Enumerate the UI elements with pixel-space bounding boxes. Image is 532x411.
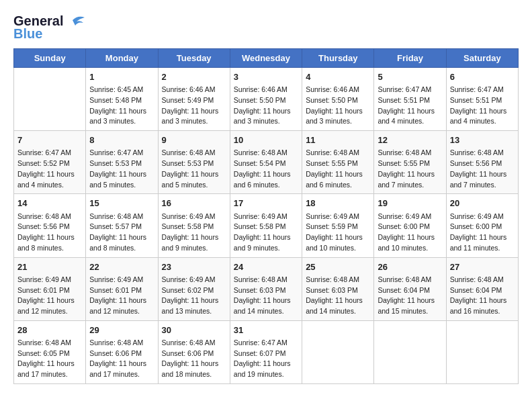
calendar-cell: 12Sunrise: 6:48 AM Sunset: 5:55 PM Dayli… — [374, 131, 446, 194]
calendar-cell: 5Sunrise: 6:47 AM Sunset: 5:51 PM Daylig… — [374, 68, 446, 131]
calendar-cell: 15Sunrise: 6:48 AM Sunset: 5:57 PM Dayli… — [86, 194, 158, 257]
cell-content: Sunrise: 6:49 AM Sunset: 6:01 PM Dayligh… — [17, 275, 82, 317]
page-header: General Blue — [13, 13, 519, 42]
day-number: 22 — [89, 261, 154, 273]
day-header-wednesday: Wednesday — [230, 49, 302, 68]
logo-bird-icon — [66, 15, 85, 28]
cell-content: Sunrise: 6:47 AM Sunset: 5:53 PM Dayligh… — [89, 148, 154, 190]
cell-content: Sunrise: 6:49 AM Sunset: 6:02 PM Dayligh… — [162, 275, 226, 317]
calendar-cell: 25Sunrise: 6:48 AM Sunset: 6:03 PM Dayli… — [302, 257, 374, 320]
day-header-thursday: Thursday — [302, 49, 374, 68]
day-number: 30 — [162, 324, 226, 336]
day-number: 25 — [306, 261, 370, 273]
cell-content: Sunrise: 6:46 AM Sunset: 5:49 PM Dayligh… — [162, 85, 226, 127]
cell-content: Sunrise: 6:49 AM Sunset: 6:00 PM Dayligh… — [378, 212, 442, 254]
cell-content: Sunrise: 6:47 AM Sunset: 5:51 PM Dayligh… — [450, 85, 515, 127]
calendar-cell: 9Sunrise: 6:48 AM Sunset: 5:53 PM Daylig… — [158, 131, 230, 194]
day-number: 5 — [378, 71, 442, 83]
cell-content: Sunrise: 6:46 AM Sunset: 5:50 PM Dayligh… — [234, 85, 298, 127]
calendar-cell: 26Sunrise: 6:48 AM Sunset: 6:04 PM Dayli… — [374, 257, 446, 320]
day-number: 9 — [162, 134, 226, 146]
cell-content: Sunrise: 6:45 AM Sunset: 5:48 PM Dayligh… — [89, 85, 154, 127]
cell-content: Sunrise: 6:47 AM Sunset: 6:07 PM Dayligh… — [234, 338, 298, 380]
calendar-cell: 30Sunrise: 6:48 AM Sunset: 6:06 PM Dayli… — [158, 320, 230, 383]
day-header-saturday: Saturday — [446, 49, 518, 68]
day-header-tuesday: Tuesday — [158, 49, 230, 68]
cell-content: Sunrise: 6:48 AM Sunset: 6:06 PM Dayligh… — [89, 338, 154, 380]
calendar-cell: 21Sunrise: 6:49 AM Sunset: 6:01 PM Dayli… — [14, 257, 86, 320]
cell-content: Sunrise: 6:48 AM Sunset: 5:56 PM Dayligh… — [450, 148, 515, 190]
day-number: 26 — [378, 261, 442, 273]
logo-blue: Blue — [13, 26, 42, 42]
calendar-cell: 31Sunrise: 6:47 AM Sunset: 6:07 PM Dayli… — [230, 320, 302, 383]
cell-content: Sunrise: 6:46 AM Sunset: 5:50 PM Dayligh… — [306, 85, 370, 127]
calendar-cell: 1Sunrise: 6:45 AM Sunset: 5:48 PM Daylig… — [86, 68, 158, 131]
cell-content: Sunrise: 6:48 AM Sunset: 6:03 PM Dayligh… — [234, 275, 298, 317]
logo: General Blue — [13, 13, 85, 42]
calendar-cell: 16Sunrise: 6:49 AM Sunset: 5:58 PM Dayli… — [158, 194, 230, 257]
day-number: 27 — [450, 261, 515, 273]
day-number: 19 — [378, 197, 442, 210]
cell-content: Sunrise: 6:48 AM Sunset: 6:03 PM Dayligh… — [306, 275, 370, 317]
calendar-header-row: SundayMondayTuesdayWednesdayThursdayFrid… — [14, 49, 519, 68]
week-row-5: 28Sunrise: 6:48 AM Sunset: 6:05 PM Dayli… — [14, 320, 519, 383]
calendar-cell — [14, 68, 86, 131]
calendar-body: 1Sunrise: 6:45 AM Sunset: 5:48 PM Daylig… — [14, 68, 519, 384]
day-number: 1 — [89, 71, 154, 83]
cell-content: Sunrise: 6:48 AM Sunset: 6:04 PM Dayligh… — [378, 275, 442, 317]
cell-content: Sunrise: 6:48 AM Sunset: 5:55 PM Dayligh… — [378, 148, 442, 190]
calendar-cell: 29Sunrise: 6:48 AM Sunset: 6:06 PM Dayli… — [86, 320, 158, 383]
calendar-cell: 13Sunrise: 6:48 AM Sunset: 5:56 PM Dayli… — [446, 131, 518, 194]
calendar-cell — [374, 320, 446, 383]
day-number: 7 — [17, 134, 82, 146]
cell-content: Sunrise: 6:48 AM Sunset: 5:53 PM Dayligh… — [162, 148, 226, 190]
calendar-cell: 8Sunrise: 6:47 AM Sunset: 5:53 PM Daylig… — [86, 131, 158, 194]
day-number: 18 — [306, 197, 370, 210]
day-number: 11 — [306, 134, 370, 146]
day-header-friday: Friday — [374, 49, 446, 68]
cell-content: Sunrise: 6:49 AM Sunset: 5:59 PM Dayligh… — [306, 212, 370, 254]
calendar-cell: 11Sunrise: 6:48 AM Sunset: 5:55 PM Dayli… — [302, 131, 374, 194]
day-number: 3 — [234, 71, 298, 83]
week-row-1: 1Sunrise: 6:45 AM Sunset: 5:48 PM Daylig… — [14, 68, 519, 131]
calendar-cell: 23Sunrise: 6:49 AM Sunset: 6:02 PM Dayli… — [158, 257, 230, 320]
calendar-cell: 20Sunrise: 6:49 AM Sunset: 6:00 PM Dayli… — [446, 194, 518, 257]
cell-content: Sunrise: 6:49 AM Sunset: 6:01 PM Dayligh… — [89, 275, 154, 317]
calendar-cell: 28Sunrise: 6:48 AM Sunset: 6:05 PM Dayli… — [14, 320, 86, 383]
cell-content: Sunrise: 6:48 AM Sunset: 6:06 PM Dayligh… — [162, 338, 226, 380]
cell-content: Sunrise: 6:48 AM Sunset: 5:56 PM Dayligh… — [17, 212, 82, 254]
calendar-cell: 7Sunrise: 6:47 AM Sunset: 5:52 PM Daylig… — [14, 131, 86, 194]
cell-content: Sunrise: 6:47 AM Sunset: 5:52 PM Dayligh… — [17, 148, 82, 190]
calendar-cell — [302, 320, 374, 383]
day-number: 17 — [234, 197, 298, 210]
calendar-cell: 18Sunrise: 6:49 AM Sunset: 5:59 PM Dayli… — [302, 194, 374, 257]
calendar-cell: 14Sunrise: 6:48 AM Sunset: 5:56 PM Dayli… — [14, 194, 86, 257]
day-number: 31 — [234, 324, 298, 336]
day-number: 6 — [450, 71, 515, 83]
day-number: 2 — [162, 71, 226, 83]
day-number: 29 — [89, 324, 154, 336]
day-number: 13 — [450, 134, 515, 146]
day-number: 20 — [450, 197, 515, 210]
cell-content: Sunrise: 6:49 AM Sunset: 5:58 PM Dayligh… — [162, 212, 226, 254]
day-number: 4 — [306, 71, 370, 83]
cell-content: Sunrise: 6:48 AM Sunset: 5:55 PM Dayligh… — [306, 148, 370, 190]
day-number: 23 — [162, 261, 226, 273]
cell-content: Sunrise: 6:48 AM Sunset: 6:04 PM Dayligh… — [450, 275, 515, 317]
cell-content: Sunrise: 6:48 AM Sunset: 5:57 PM Dayligh… — [89, 212, 154, 254]
calendar-table: SundayMondayTuesdayWednesdayThursdayFrid… — [13, 48, 519, 384]
calendar-cell: 6Sunrise: 6:47 AM Sunset: 5:51 PM Daylig… — [446, 68, 518, 131]
day-header-monday: Monday — [86, 49, 158, 68]
day-number: 12 — [378, 134, 442, 146]
calendar-cell — [446, 320, 518, 383]
calendar-cell: 10Sunrise: 6:48 AM Sunset: 5:54 PM Dayli… — [230, 131, 302, 194]
cell-content: Sunrise: 6:47 AM Sunset: 5:51 PM Dayligh… — [378, 85, 442, 127]
week-row-4: 21Sunrise: 6:49 AM Sunset: 6:01 PM Dayli… — [14, 257, 519, 320]
calendar-cell: 24Sunrise: 6:48 AM Sunset: 6:03 PM Dayli… — [230, 257, 302, 320]
day-number: 16 — [162, 197, 226, 210]
cell-content: Sunrise: 6:49 AM Sunset: 5:58 PM Dayligh… — [234, 212, 298, 254]
calendar-cell: 17Sunrise: 6:49 AM Sunset: 5:58 PM Dayli… — [230, 194, 302, 257]
calendar-cell: 27Sunrise: 6:48 AM Sunset: 6:04 PM Dayli… — [446, 257, 518, 320]
calendar-cell: 19Sunrise: 6:49 AM Sunset: 6:00 PM Dayli… — [374, 194, 446, 257]
day-number: 21 — [17, 261, 82, 273]
